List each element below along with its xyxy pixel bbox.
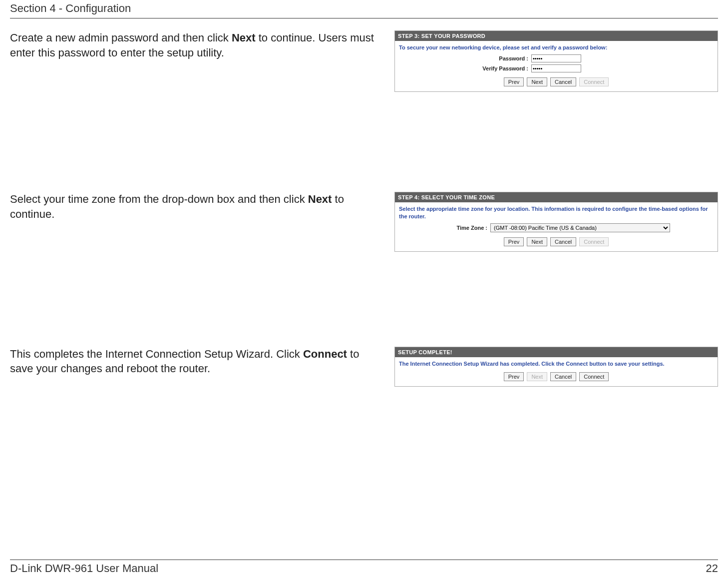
panel-title: STEP 3: SET YOUR PASSWORD <box>395 31 718 41</box>
connect-button[interactable]: Connect <box>579 372 609 381</box>
section-header: Section 4 - Configuration <box>10 0 718 18</box>
panel-body: Select the appropriate time zone for you… <box>395 202 718 251</box>
panel-body: The Internet Connection Setup Wizard has… <box>395 357 718 387</box>
manual-name: D-Link DWR-961 User Manual <box>10 562 158 575</box>
button-row: Prev Next Cancel Connect <box>399 237 714 246</box>
step3-instruction: Create a new admin password and then cli… <box>10 30 379 60</box>
panel-title: STEP 4: SELECT YOUR TIME ZONE <box>395 192 718 202</box>
connect-button: Connect <box>579 77 609 86</box>
step4-row: Select your time zone from the drop-down… <box>10 192 718 252</box>
footer-rule <box>10 560 718 560</box>
prev-button[interactable]: Prev <box>504 77 524 86</box>
panel-help-text: Select the appropriate time zone for you… <box>399 205 714 220</box>
complete-instruction: This completes the Internet Connection S… <box>10 347 379 376</box>
timezone-label: Time Zone : <box>442 225 487 231</box>
panel-help-text: To secure your new networking device, pl… <box>399 44 714 51</box>
prev-button[interactable]: Prev <box>504 372 524 381</box>
password-input[interactable] <box>531 54 581 62</box>
panel-body: To secure your new networking device, pl… <box>395 41 718 91</box>
panel-title: SETUP COMPLETE! <box>395 347 718 357</box>
timezone-select[interactable]: (GMT -08:00) Pacific Time (US & Canada) <box>490 223 670 232</box>
next-button[interactable]: Next <box>527 77 547 86</box>
connect-button: Connect <box>579 237 609 246</box>
step4-instruction: Select your time zone from the drop-down… <box>10 192 379 221</box>
cancel-button[interactable]: Cancel <box>550 237 576 246</box>
next-button[interactable]: Next <box>527 237 547 246</box>
password-row: Password : <box>399 54 714 62</box>
bold-next: Next <box>232 31 256 44</box>
prev-button[interactable]: Prev <box>504 237 524 246</box>
cancel-button[interactable]: Cancel <box>550 372 576 381</box>
text: Select your time zone from the drop-down… <box>10 193 308 205</box>
panel-help-text: The Internet Connection Setup Wizard has… <box>399 360 714 368</box>
timezone-row: Time Zone : (GMT -08:00) Pacific Time (U… <box>399 223 714 232</box>
verify-password-label: Verify Password : <box>438 65 528 71</box>
verify-row: Verify Password : <box>399 64 714 72</box>
bold-next: Next <box>308 193 332 205</box>
verify-password-input[interactable] <box>531 64 581 72</box>
step4-panel: STEP 4: SELECT YOUR TIME ZONE Select the… <box>394 192 718 252</box>
text: This completes the Internet Connection S… <box>10 348 303 360</box>
bold-connect: Connect <box>303 348 347 360</box>
text: Create a new admin password and then cli… <box>10 31 232 44</box>
complete-panel: SETUP COMPLETE! The Internet Connection … <box>394 347 718 387</box>
next-button: Next <box>527 372 547 381</box>
step3-row: Create a new admin password and then cli… <box>10 30 718 92</box>
header-rule <box>10 18 718 18</box>
button-row: Prev Next Cancel Connect <box>399 77 714 86</box>
button-row: Prev Next Cancel Connect <box>399 372 714 381</box>
password-label: Password : <box>438 55 528 61</box>
step3-panel: STEP 3: SET YOUR PASSWORD To secure your… <box>394 30 718 92</box>
cancel-button[interactable]: Cancel <box>550 77 576 86</box>
complete-row: This completes the Internet Connection S… <box>10 347 718 387</box>
footer-row: D-Link DWR-961 User Manual 22 <box>10 562 718 575</box>
page-footer: D-Link DWR-961 User Manual 22 <box>10 560 718 575</box>
page-number: 22 <box>706 562 718 575</box>
